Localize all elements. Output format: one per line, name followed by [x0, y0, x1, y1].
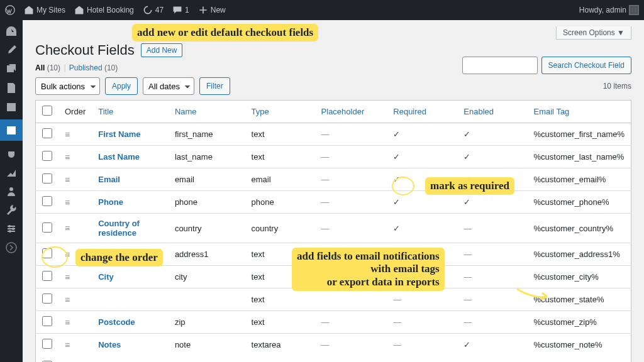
filter-published[interactable]: Published: [69, 63, 103, 72]
posts-icon[interactable]: [5, 44, 18, 57]
table-row: ≡Phonephonephone—✓✓%customer_phone%: [36, 191, 631, 214]
col-order[interactable]: Order: [58, 101, 92, 123]
row-checkbox[interactable]: [42, 128, 52, 138]
howdy-link[interactable]: Howdy, admin: [579, 5, 639, 15]
row-checkbox[interactable]: [42, 151, 52, 161]
select-all-top[interactable]: [42, 106, 52, 116]
row-name: phone: [169, 191, 245, 214]
row-type: text: [245, 123, 315, 146]
appearance-icon[interactable]: [5, 166, 18, 178]
row-title-link[interactable]: City: [98, 272, 114, 282]
col-placeholder[interactable]: Placeholder: [315, 101, 387, 123]
filter-all[interactable]: All: [35, 63, 45, 72]
tools-icon[interactable]: [5, 204, 18, 216]
pages-icon[interactable]: [5, 82, 18, 94]
row-emailtag: %customer_address1%: [528, 243, 631, 266]
row-enabled: ✓: [457, 191, 527, 214]
col-type[interactable]: Type: [245, 101, 315, 123]
items-count-top: 10 items: [603, 82, 631, 90]
svg-point-1: [9, 187, 13, 191]
row-checkbox[interactable]: [42, 248, 52, 258]
drag-handle-icon[interactable]: ≡: [65, 250, 69, 260]
row-checkbox[interactable]: [42, 316, 52, 326]
row-required: —: [387, 334, 457, 356]
row-placeholder: —: [315, 311, 387, 334]
settings-icon[interactable]: [5, 222, 18, 235]
row-type: country: [245, 214, 315, 243]
wp-logo[interactable]: [5, 5, 15, 15]
row-placeholder: —: [315, 123, 387, 146]
add-new-button[interactable]: Add New: [141, 43, 183, 57]
drag-handle-icon[interactable]: ≡: [65, 223, 69, 233]
col-required[interactable]: Required: [387, 101, 457, 123]
row-type: text: [245, 266, 315, 288]
table-row: ≡Emailemailemail—✓✓%customer_email%: [36, 168, 631, 191]
row-checkbox[interactable]: [42, 271, 52, 281]
drag-handle-icon[interactable]: ≡: [65, 129, 69, 140]
apply-button[interactable]: Apply: [105, 77, 138, 95]
row-title-link[interactable]: Email: [98, 175, 120, 184]
drag-handle-icon[interactable]: ≡: [65, 340, 69, 350]
row-checkbox[interactable]: [42, 222, 52, 233]
row-title-link[interactable]: Last Name: [98, 152, 140, 162]
row-name: last_name: [169, 146, 245, 168]
row-type: text: [245, 288, 315, 311]
filter-button[interactable]: Filter: [199, 77, 230, 95]
row-placeholder: —: [315, 168, 387, 191]
row-title-link[interactable]: Phone: [98, 197, 123, 207]
row-checkbox[interactable]: [42, 173, 52, 184]
row-required: ✓: [387, 168, 457, 191]
content-area: Screen Options ▼ Checkout Fields Add New…: [23, 20, 644, 362]
fields-table: Order Title Name Type Placeholder Requir…: [35, 100, 631, 362]
avatar: [629, 5, 639, 15]
bookings-icon[interactable]: [0, 119, 23, 141]
row-enabled: —: [457, 243, 527, 266]
dashboard-icon[interactable]: [5, 25, 18, 38]
row-placeholder: —: [315, 191, 387, 214]
row-title-link[interactable]: First Name: [98, 129, 140, 139]
drag-handle-icon[interactable]: ≡: [65, 175, 69, 185]
screen-options-button[interactable]: Screen Options ▼: [556, 26, 631, 40]
row-title-link[interactable]: Country of residence: [98, 219, 140, 238]
admin-sidebar: [0, 20, 23, 362]
search-button[interactable]: Search Checkout Field: [541, 57, 631, 74]
search-input[interactable]: [462, 57, 538, 74]
drag-handle-icon[interactable]: ≡: [65, 272, 69, 282]
row-title-link[interactable]: Notes: [98, 340, 121, 349]
new-link[interactable]: New: [198, 5, 226, 15]
bulk-actions-select[interactable]: Bulk actions: [35, 77, 100, 95]
row-title-link[interactable]: Postcode: [98, 317, 135, 327]
collapse-icon[interactable]: [5, 241, 18, 254]
updates-link[interactable]: 47: [143, 5, 164, 15]
dates-select[interactable]: All dates: [143, 77, 194, 95]
drag-handle-icon[interactable]: ≡: [65, 152, 69, 162]
col-emailtag[interactable]: Email Tag: [528, 101, 631, 123]
row-required: ✓: [387, 123, 457, 146]
drag-handle-icon[interactable]: ≡: [65, 197, 69, 207]
svg-point-5: [6, 243, 16, 253]
drag-handle-icon[interactable]: ≡: [65, 317, 69, 327]
row-emailtag: %customer_state%: [528, 288, 631, 311]
col-title[interactable]: Title: [92, 101, 169, 123]
drag-handle-icon[interactable]: ≡: [65, 295, 69, 305]
row-checkbox[interactable]: [42, 293, 52, 304]
my-sites-link[interactable]: My Sites: [24, 5, 65, 15]
media-icon[interactable]: [5, 63, 18, 75]
comments-link[interactable]: 1: [172, 5, 189, 15]
row-checkbox[interactable]: [42, 339, 52, 349]
row-emailtag: %customer_zip%: [528, 311, 631, 334]
users-icon[interactable]: [5, 185, 18, 197]
calendar-icon[interactable]: [5, 101, 18, 113]
row-emailtag: %customer_phone%: [528, 191, 631, 214]
col-enabled[interactable]: Enabled: [457, 101, 527, 123]
row-type: text: [245, 311, 315, 334]
row-title-link[interactable]: Address: [98, 250, 131, 259]
row-required: ✓: [387, 214, 457, 243]
site-link[interactable]: Hotel Booking: [74, 5, 134, 15]
page-title: Checkout Fields: [35, 42, 135, 58]
row-placeholder: —: [315, 214, 387, 243]
row-name: zip: [169, 311, 245, 334]
row-checkbox[interactable]: [42, 196, 52, 206]
plugins-icon[interactable]: [5, 147, 18, 160]
col-name[interactable]: Name: [169, 101, 245, 123]
